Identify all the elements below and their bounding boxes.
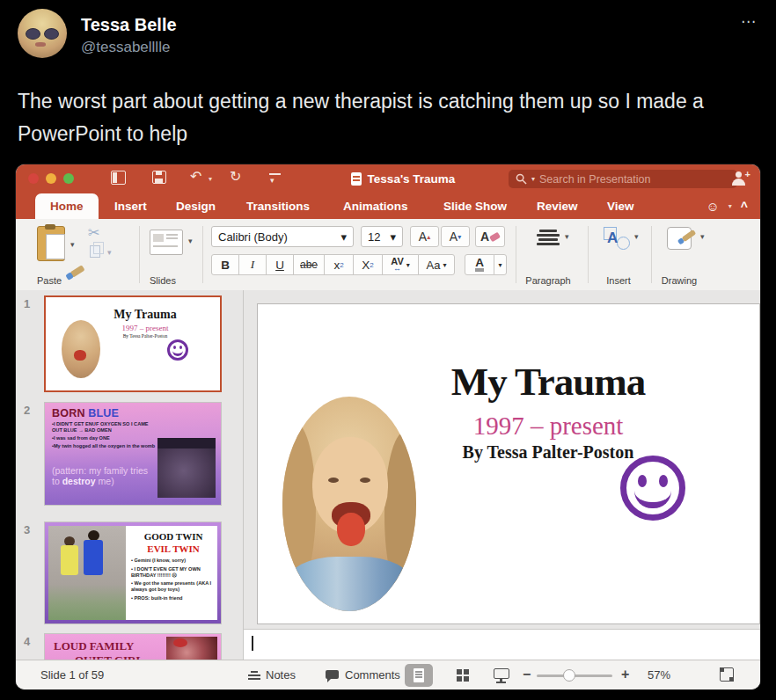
paste-button[interactable] (37, 226, 65, 261)
close-window-button[interactable] (28, 173, 39, 184)
undo-dropdown-icon[interactable]: ▾ (209, 175, 212, 183)
subscript-base: X (362, 259, 370, 272)
fit-slide-to-window-icon[interactable] (720, 667, 734, 682)
slide-canvas[interactable]: My Trauma 1997 – present By Tessa Palter… (257, 303, 760, 624)
ribbon-toggle-icon[interactable]: ▾ (269, 172, 281, 185)
insert-button[interactable]: A (604, 227, 630, 250)
new-slide-button[interactable] (150, 230, 183, 255)
superscript-button[interactable]: x 2 (324, 254, 354, 275)
font-color-dropdown[interactable]: ▾ (494, 254, 507, 275)
user-handle[interactable]: @tessabelllle (81, 39, 170, 56)
subscript-idx: 2 (370, 261, 373, 269)
slides-dropdown-icon[interactable]: ▾ (188, 237, 193, 245)
underline-button[interactable]: U (266, 254, 294, 275)
superscript-exp: 2 (340, 261, 343, 269)
thumb3-bullet: • PROS: built-in friend (131, 595, 217, 602)
thumb3-bullet: • Gemini (I know, sorry) (131, 558, 217, 564)
zoom-in-button[interactable]: + (621, 667, 629, 682)
change-case-button[interactable]: Aa ▾ (418, 254, 455, 275)
undo-icon[interactable]: ↶ (190, 170, 201, 184)
minimize-window-button[interactable] (46, 173, 56, 184)
notes-icon[interactable] (248, 671, 260, 681)
group-separator (651, 226, 652, 283)
powerpoint-window: ↶ ▾ ↻ ▾ Tessa's Trauma ▾ Search in Prese… (16, 164, 760, 689)
collapse-ribbon-icon[interactable]: ^ (741, 200, 748, 214)
tab-home[interactable]: Home (35, 193, 99, 219)
font-size-select[interactable]: 12 ▾ (361, 226, 403, 247)
italic-button[interactable]: I (238, 254, 267, 275)
drawing-button[interactable] (667, 227, 692, 250)
thumb2-bullet: •I was sad from day ONE (52, 435, 157, 441)
slide-subtitle[interactable]: 1997 – present (363, 412, 733, 441)
slide-thumbnail-3[interactable]: GOOD TWIN EVIL TWIN • Gemini (I know, so… (44, 521, 222, 624)
tab-slide-show[interactable]: Slide Show (443, 193, 507, 219)
tab-transitions[interactable]: Transitions (246, 193, 310, 219)
save-icon[interactable] (152, 171, 166, 184)
feedback-smiley-icon[interactable]: ☺ (706, 199, 719, 214)
paragraph-dropdown-icon[interactable]: ▾ (565, 232, 569, 241)
search-scope-dropdown-icon[interactable]: ▾ (531, 175, 535, 183)
share-add-person-icon[interactable]: + (732, 171, 750, 186)
font-name-select[interactable]: Calibri (Body) ▾ (211, 226, 354, 247)
cut-icon[interactable]: ✂ (88, 224, 99, 241)
slide-counter: Slide 1 of 59 (40, 668, 104, 682)
more-menu-icon[interactable]: ⋯ (741, 12, 757, 31)
group-separator (516, 226, 516, 283)
tab-view[interactable]: View (607, 193, 634, 219)
paste-group-label: Paste (37, 275, 62, 286)
slide-title[interactable]: My Trauma (363, 359, 733, 405)
feedback-dropdown-icon[interactable]: ▾ (728, 202, 732, 210)
bold-button[interactable]: B (211, 254, 239, 275)
paragraph-group-label: Paragraph (519, 275, 577, 286)
subscript-button[interactable]: X 2 (353, 254, 383, 275)
display-name[interactable]: Tessa Belle (81, 15, 177, 35)
grow-font-button[interactable]: A▴ (410, 226, 439, 247)
drawing-dropdown-icon[interactable]: ▾ (700, 232, 705, 241)
panel-divider[interactable] (243, 290, 244, 660)
normal-view-button[interactable] (405, 664, 433, 687)
comments-toggle[interactable]: Comments (345, 668, 400, 682)
slide-thumbnail-2[interactable]: BORN BLUE •I DIDN'T GET ENUF OXYGEN SO I… (44, 402, 222, 506)
redo-icon[interactable]: ↻ (230, 170, 241, 184)
zoom-slider-handle[interactable] (563, 669, 575, 682)
thumb3-twins-photo (48, 526, 126, 620)
tab-review[interactable]: Review (537, 193, 578, 219)
clear-formatting-button[interactable]: A (475, 226, 505, 247)
copy-dropdown-icon[interactable]: ▾ (107, 248, 112, 257)
avatar[interactable] (18, 9, 67, 58)
notes-toggle[interactable]: Notes (266, 668, 296, 682)
slide-smiley-icon[interactable] (620, 456, 685, 521)
insert-dropdown-icon[interactable]: ▾ (634, 232, 639, 241)
thumb4-title-line2: QUIET GIRL (75, 653, 143, 660)
slide-sorter-view-button[interactable] (449, 664, 477, 687)
zoom-out-button[interactable]: − (523, 667, 531, 682)
comments-icon[interactable] (326, 670, 339, 679)
strikethrough-button[interactable]: abe (293, 254, 325, 275)
search-icon (516, 173, 527, 185)
font-color-button[interactable]: A (465, 254, 494, 275)
zoom-level[interactable]: 57% (648, 668, 670, 682)
search-input[interactable]: ▾ Search in Presentation (509, 170, 737, 188)
slide-thumbnail-4[interactable]: LOUD FAMILY QUIET GIRL (44, 633, 222, 660)
thumb3-title-good: GOOD TWIN (129, 531, 217, 542)
slide-byline[interactable]: By Tessa Palter-Poston (363, 442, 733, 463)
character-spacing-button[interactable]: AV↔ ▾ (382, 254, 419, 275)
format-painter-icon[interactable] (70, 265, 84, 277)
shrink-font-button[interactable]: A▾ (441, 226, 470, 247)
copy-icon[interactable] (90, 245, 100, 258)
group-separator (588, 226, 589, 283)
slideshow-view-button[interactable] (487, 664, 516, 687)
tab-insert[interactable]: Insert (114, 193, 147, 219)
new-slide-icon[interactable] (111, 171, 126, 185)
slide-girl-photo[interactable] (282, 397, 416, 611)
paragraph-button[interactable] (537, 230, 560, 247)
thumb4-title-line1: LOUD FAMILY (54, 639, 134, 653)
notes-pane[interactable] (243, 629, 760, 660)
thumb1-smiley-icon (167, 339, 188, 361)
tab-animations[interactable]: Animations (343, 193, 408, 219)
tab-design[interactable]: Design (176, 193, 216, 219)
avatar-glasses-right (44, 28, 59, 40)
slide-thumbnail-1[interactable]: My Trauma 1997 – present By Tessa Palter… (44, 295, 222, 392)
paste-dropdown-icon[interactable]: ▾ (70, 240, 75, 249)
zoom-window-button[interactable] (63, 173, 74, 184)
